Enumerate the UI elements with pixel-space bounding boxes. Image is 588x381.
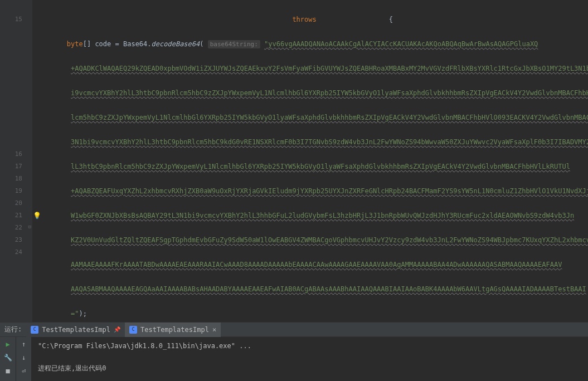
console-output[interactable]: "C:\Program Files\Java\jdk1.8.0_111\bin\… xyxy=(31,337,588,381)
close-icon[interactable]: × xyxy=(212,326,216,334)
up-icon[interactable]: ↑ xyxy=(19,339,29,349)
run-tabs: 运行: C TestTemplatesImpl 📌 C TestTemplate… xyxy=(0,323,588,337)
console-area: ▶ 🔧 ■ ↑ ↓ ⏎ "C:\Program Files\Java\jdk1.… xyxy=(0,337,588,381)
run-tab-pinned[interactable]: C TestTemplatesImpl 📌 xyxy=(26,323,125,337)
java-class-icon: C xyxy=(129,326,137,334)
console-line: "C:\Program Files\Java\jdk1.8.0_111\bin\… xyxy=(38,340,581,351)
code-editor[interactable]: throws { byte[] code = Base64.decodeBase… xyxy=(32,0,588,322)
gutter: 15 16 17 18 19 20 21 22 23 24 💡 ⊟ xyxy=(0,0,32,322)
down-icon[interactable]: ↓ xyxy=(19,353,29,363)
pin-icon[interactable]: 📌 xyxy=(114,326,120,333)
stop-icon[interactable]: ■ xyxy=(3,366,13,376)
soft-wrap-icon[interactable]: ⏎ xyxy=(19,366,29,376)
run-label: 运行: xyxy=(0,325,26,334)
run-tab-active[interactable]: C TestTemplatesImpl × xyxy=(125,323,221,337)
console-exit-line: 进程已结束,退出代码0 xyxy=(38,363,581,374)
console-toolbar-right: ↑ ↓ ⏎ xyxy=(16,337,31,381)
editor-area: 15 16 17 18 19 20 21 22 23 24 💡 ⊟ t xyxy=(0,0,588,322)
java-class-icon: C xyxy=(31,326,38,334)
wrench-icon[interactable]: 🔧 xyxy=(3,353,13,363)
console-toolbar-left: ▶ 🔧 ■ xyxy=(0,337,16,381)
run-tool-window: 运行: C TestTemplatesImpl 📌 C TestTemplate… xyxy=(0,322,588,381)
rerun-icon[interactable]: ▶ xyxy=(3,339,13,349)
fold-marker-icon[interactable]: ⊟ xyxy=(28,221,31,233)
